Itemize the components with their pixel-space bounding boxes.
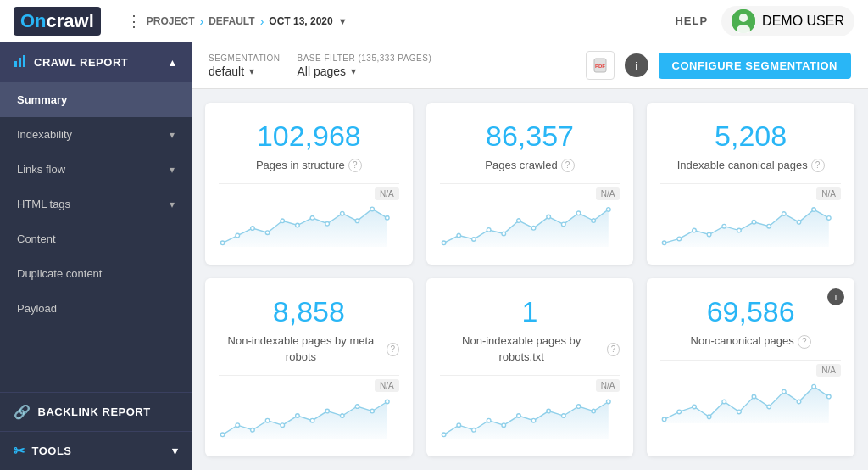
- svg-point-20: [442, 241, 446, 245]
- breadcrumb-default: DEFAULT: [209, 15, 254, 27]
- svg-point-17: [355, 219, 359, 223]
- card-label: Non-indexable pages by meta robots ?: [219, 333, 399, 364]
- sidebar-item-html-tags-label: HTML tags: [17, 198, 70, 210]
- svg-point-56: [442, 433, 446, 437]
- svg-point-10: [251, 227, 255, 231]
- svg-point-30: [591, 219, 595, 223]
- svg-point-71: [708, 415, 712, 419]
- three-dots-icon[interactable]: ⋮: [126, 12, 142, 31]
- sidebar-item-links-flow-label: Links flow: [17, 163, 65, 176]
- card-value: 5,208: [660, 120, 841, 153]
- card-label: Pages in structure ?: [256, 158, 362, 173]
- svg-point-50: [310, 418, 314, 422]
- svg-point-9: [236, 233, 240, 238]
- logo: On crawl: [14, 7, 101, 36]
- svg-point-27: [547, 215, 551, 219]
- card-3: 8,858 Non-indexable pages by meta robots…: [205, 278, 413, 456]
- sidebar-tools-label: TOOLS: [32, 445, 72, 457]
- card-chart: [660, 378, 841, 425]
- svg-point-60: [502, 423, 506, 428]
- tools-chevron-icon: ▾: [172, 445, 179, 457]
- sidebar-item-links-flow[interactable]: Links flow ▾: [0, 152, 192, 187]
- configure-segmentation-button[interactable]: CONFIGURE SEGMENTATION: [659, 53, 851, 79]
- card-label: Indexable canonical pages ?: [677, 158, 825, 173]
- card-chart-area: N/A: [440, 379, 620, 446]
- pdf-button[interactable]: PDF: [586, 51, 615, 80]
- svg-point-61: [516, 414, 520, 418]
- topbar-left: On crawl ⋮ PROJECT › DEFAULT › OCT 13, 2…: [14, 7, 348, 36]
- svg-point-36: [722, 225, 726, 229]
- base-filter-label: Base filter (135,333 pages): [298, 53, 432, 63]
- svg-point-40: [782, 212, 787, 216]
- breadcrumb-dropdown-icon[interactable]: ▼: [338, 16, 348, 26]
- card-help-icon[interactable]: ?: [387, 343, 399, 356]
- segmentation-select[interactable]: default ▾: [209, 64, 281, 78]
- svg-point-19: [385, 216, 389, 221]
- sidebar-backlink-report[interactable]: 🔗 BACKLINK REPORT: [0, 392, 192, 431]
- card-info-icon[interactable]: i: [827, 288, 844, 305]
- na-badge: N/A: [816, 364, 841, 377]
- svg-point-45: [236, 423, 240, 428]
- svg-point-65: [576, 404, 581, 408]
- card-2: 5,208 Indexable canonical pages ? N/A: [647, 103, 854, 265]
- breadcrumb: ⋮ PROJECT › DEFAULT › OCT 13, 2020 ▼: [126, 12, 348, 31]
- card-help-icon[interactable]: ?: [607, 343, 620, 356]
- svg-point-76: [782, 389, 787, 394]
- sidebar-item-indexability[interactable]: Indexability ▾: [0, 117, 192, 152]
- svg-point-25: [516, 219, 520, 223]
- scissors-icon: ✂: [14, 443, 25, 459]
- sidebar-crawl-report-label: CRAWL REPORT: [34, 56, 128, 69]
- svg-point-42: [812, 208, 816, 212]
- svg-point-1: [739, 14, 748, 22]
- svg-point-18: [370, 207, 375, 211]
- svg-text:PDF: PDF: [595, 64, 605, 69]
- sidebar-item-html-tags[interactable]: HTML tags ▾: [0, 187, 192, 221]
- card-help-icon[interactable]: ?: [348, 159, 362, 172]
- na-badge: N/A: [375, 187, 399, 200]
- svg-point-33: [677, 237, 682, 241]
- svg-point-16: [340, 212, 344, 216]
- svg-rect-3: [14, 61, 17, 67]
- svg-point-41: [797, 221, 801, 225]
- info-button[interactable]: i: [625, 53, 648, 77]
- card-chart: [219, 394, 399, 440]
- svg-point-59: [487, 418, 491, 422]
- sidebar-item-summary[interactable]: Summary: [0, 82, 192, 117]
- card-5: i 69,586 Non-canonical pages ? N/A: [647, 278, 854, 456]
- svg-point-48: [281, 423, 285, 428]
- card-value: 102,968: [219, 120, 399, 153]
- card-chart: [440, 202, 620, 249]
- topbar: On crawl ⋮ PROJECT › DEFAULT › OCT 13, 2…: [0, 0, 868, 42]
- svg-point-24: [502, 232, 506, 236]
- svg-rect-4: [19, 58, 21, 67]
- help-button[interactable]: HELP: [675, 14, 708, 27]
- card-help-icon[interactable]: ?: [561, 159, 575, 172]
- card-chart: [660, 202, 841, 249]
- sidebar-item-duplicate-content-label: Duplicate content: [17, 267, 102, 280]
- card-chart-area: N/A: [660, 364, 841, 446]
- svg-point-23: [487, 228, 491, 232]
- card-divider: [660, 183, 841, 184]
- card-help-icon[interactable]: ?: [798, 335, 811, 349]
- user-badge[interactable]: DEMO USER: [721, 6, 854, 36]
- card-label: Non-indexable pages by robots.txt ?: [440, 333, 620, 364]
- base-filter-select[interactable]: All pages ▾: [298, 64, 432, 78]
- svg-point-8: [220, 241, 225, 245]
- sidebar-crawl-report-header[interactable]: CRAWL REPORT ▲: [0, 42, 192, 82]
- breadcrumb-date[interactable]: OCT 13, 2020: [269, 15, 332, 27]
- svg-point-35: [708, 232, 712, 237]
- segmentation-value: default: [209, 64, 244, 78]
- sidebar-tools[interactable]: ✂ TOOLS ▾: [0, 431, 192, 470]
- svg-point-11: [265, 231, 270, 235]
- card-help-icon[interactable]: ?: [811, 159, 825, 172]
- sidebar-item-payload[interactable]: Payload: [0, 291, 192, 326]
- avatar-icon: [732, 9, 755, 33]
- sidebar-item-content[interactable]: Content: [0, 221, 192, 256]
- svg-point-49: [296, 414, 300, 418]
- user-name: DEMO USER: [762, 14, 844, 29]
- sidebar-backlink-label: BACKLINK REPORT: [38, 406, 151, 418]
- svg-point-79: [827, 394, 832, 399]
- sidebar-item-duplicate-content[interactable]: Duplicate content: [0, 256, 192, 291]
- svg-point-15: [326, 222, 330, 227]
- sidebar-item-payload-label: Payload: [17, 302, 57, 315]
